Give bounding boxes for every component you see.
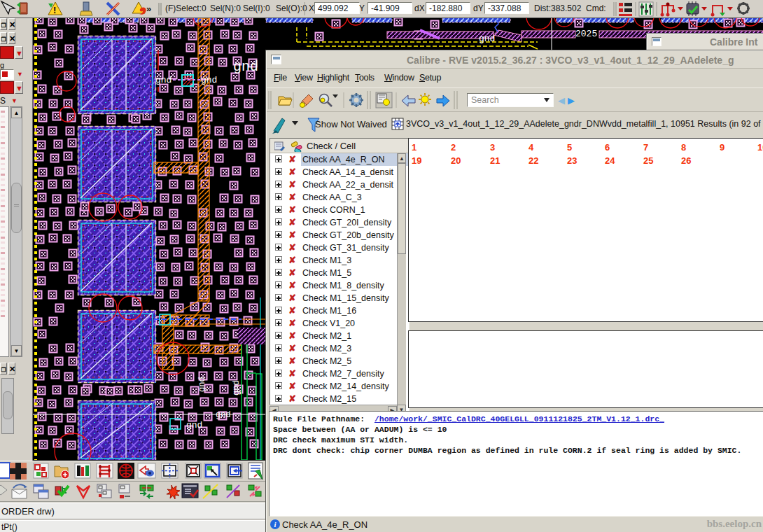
svg-text:gnd: gnd xyxy=(232,380,241,396)
svg-text:!: ! xyxy=(53,5,56,15)
svg-text:gnd: gnd xyxy=(233,59,258,75)
svg-text:gnd: gnd xyxy=(479,34,495,44)
svg-text:gnd: gnd xyxy=(216,410,231,420)
svg-text:gnd: gnd xyxy=(186,420,202,430)
svg-text:gnd: gnd xyxy=(201,75,217,85)
svg-text:2025: 2025 xyxy=(575,29,597,39)
svg-text:gnd: gnd xyxy=(197,377,207,392)
svg-text:»: » xyxy=(146,4,151,14)
svg-text:gnd: gnd xyxy=(155,75,172,85)
